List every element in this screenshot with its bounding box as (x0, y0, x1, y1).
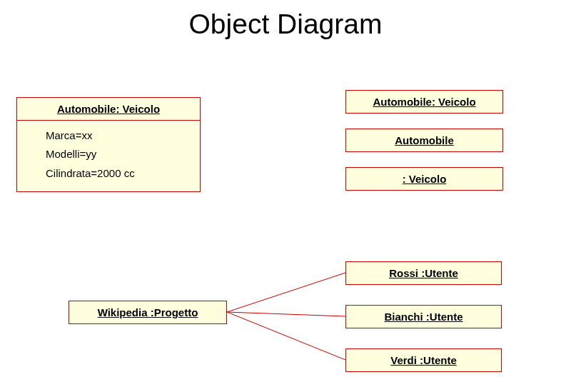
object-bianchi-utente-label: Bianchi :Utente (346, 306, 501, 328)
object-verdi-utente: Verdi :Utente (345, 348, 502, 372)
object-automobile-veicolo-label: Automobile: Veicolo (346, 91, 502, 113)
object-verdi-utente-label: Verdi :Utente (346, 349, 501, 371)
object-wikipedia-progetto-label: Wikipedia :Progetto (69, 301, 226, 323)
diagram-title: Object Diagram (0, 9, 571, 40)
object-automobile: Automobile (345, 129, 503, 152)
object-rossi-utente-label: Rossi :Utente (346, 262, 501, 284)
link-progetto-bianchi (227, 312, 345, 316)
attr-cilindrata: Cilindrata=2000 cc (46, 164, 188, 183)
link-progetto-verdi (227, 312, 345, 360)
object-veicolo: : Veicolo (345, 167, 503, 191)
object-automobile-main-attrs: Marca=xx Modelli=yy Cilindrata=2000 cc (17, 120, 200, 191)
attr-modelli: Modelli=yy (46, 145, 188, 164)
object-bianchi-utente: Bianchi :Utente (345, 305, 502, 328)
object-automobile-label: Automobile (346, 129, 502, 151)
association-lines (0, 0, 571, 392)
object-wikipedia-progetto: Wikipedia :Progetto (69, 301, 227, 324)
attr-marca: Marca=xx (46, 126, 188, 145)
object-automobile-main-header: Automobile: Veicolo (17, 98, 200, 120)
object-automobile-main: Automobile: Veicolo Marca=xx Modelli=yy … (16, 97, 201, 192)
object-automobile-veicolo: Automobile: Veicolo (345, 90, 503, 114)
link-progetto-rossi (227, 273, 345, 312)
object-rossi-utente: Rossi :Utente (345, 261, 502, 285)
object-veicolo-label: : Veicolo (346, 168, 502, 190)
